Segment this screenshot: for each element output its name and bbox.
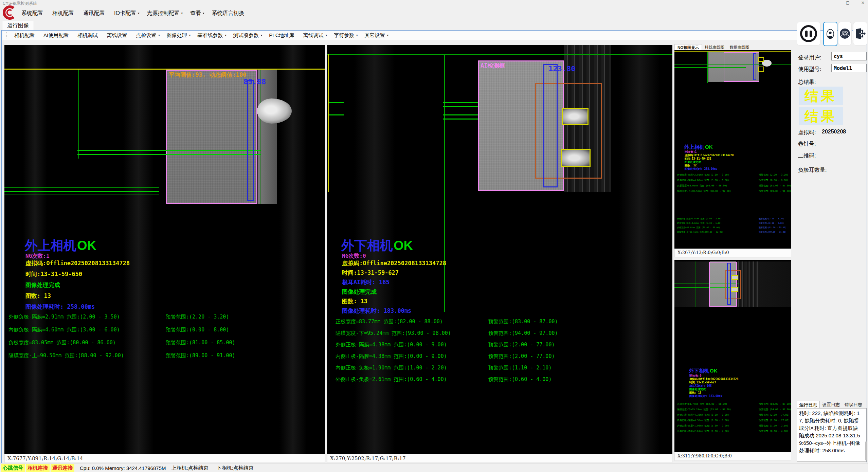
mini-info-line: 极耳AI耗时: 165 (689, 384, 738, 387)
cursor-coords-upper: X:7677;Y:891;R:14;G:14;B:14 (4, 454, 325, 463)
ng-thumb-coords-lower: X:311;Y:980;R:0;G:0;B:0 (674, 452, 791, 461)
log-tab[interactable]: 设置日志 (820, 401, 842, 408)
info-line: 虚拟码:Offline20250208133134728 (25, 259, 130, 270)
measure-green-line (77, 154, 261, 155)
info-line: 图像处理完成 (342, 288, 446, 297)
user-icon (826, 28, 835, 40)
measure-green-line (329, 102, 344, 103)
negative-tab-count-label: 负极耳数量: (798, 167, 827, 174)
close-button[interactable]: ✕ (861, 0, 865, 5)
chevron-down-icon: ▾ (138, 12, 140, 15)
baseline-yellow-line (328, 54, 329, 192)
mini-blue-box (727, 263, 731, 305)
measure-green-line (4, 191, 159, 192)
total-result-label: 总结果: (798, 79, 816, 86)
info-line: 时间:13-31-59-650 (25, 270, 130, 281)
warning-range: 预警范围:(1.10 - 2.10) (488, 365, 551, 371)
tab-detect-yellow-box (561, 149, 591, 167)
toolbar-grip[interactable] (6, 32, 9, 38)
menu-item[interactable]: 系统配置 (18, 10, 49, 17)
user-group-button[interactable] (838, 22, 852, 46)
toolbar-item[interactable]: 点检设置 ▾ (132, 32, 163, 39)
baseline-green-line (327, 54, 672, 55)
mini-info-line: 时间:13-31-59-627 (689, 381, 738, 384)
ng-panel-tab[interactable]: 数据曲线图 (727, 44, 752, 50)
toolbar-item[interactable]: 测试项参数 ▾ (230, 32, 266, 39)
warning-range: 预警范围:(2.20 - 3.20) (166, 314, 229, 320)
log-textarea[interactable]: 耗时: 222, 缺陷检测耗时: 17, 缺陷分类耗时: 0, 缺陷提取分区耗时… (797, 408, 867, 462)
menu-item[interactable]: 相机配置 (49, 10, 79, 17)
log-tab[interactable]: 错误日志 (842, 401, 865, 408)
ok-status: OK (394, 238, 413, 253)
info-line: 极耳AI耗时: 165 (342, 278, 446, 288)
menu-item[interactable]: IO卡配置 ▾ (110, 10, 143, 17)
toolbar-item[interactable]: 字符参数 ▾ (330, 32, 361, 39)
toolbar-item[interactable]: PLC地址库 (266, 32, 300, 39)
warning-range: 预警范围:(0.60 - 4.00) (488, 376, 551, 383)
log-scrollbar[interactable] (865, 441, 867, 460)
camera-view-upper[interactable]: 平均阈值:93, 动态阈值:100 85.88 外上相机OK NG次数:1 虚拟… (4, 45, 325, 454)
threshold-overlay-text: 平均阈值:93, 动态阈值:100 (169, 71, 246, 79)
measurement-value: 内侧正极-隔膜=4.38mm 范围:(0.00 - 9.00) (336, 353, 447, 359)
pause-button[interactable] (797, 22, 820, 46)
camera-view-lower[interactable]: AI检测框 123.80 外下相机OK NG次数:0 虚拟码:Offline20… (327, 45, 672, 454)
menu-item[interactable]: 光源控制配置 ▾ (143, 10, 186, 17)
toolbar-item[interactable]: AI使用配置 (40, 32, 74, 39)
toolbar-item[interactable]: 相机配置 (11, 32, 40, 39)
toolbar-item[interactable]: 相机调试 (74, 32, 103, 39)
model-field[interactable]: Model1 (831, 64, 867, 72)
menu-item[interactable]: 系统语言切换 (208, 10, 250, 17)
chevron-down-icon: ▾ (356, 34, 358, 37)
chevron-down-icon: ▾ (203, 12, 204, 15)
measurement-value: 外侧正极-隔膜=4.38mm 范围:(0.00 - 9.00) (336, 342, 447, 348)
lower-camera-status: 下相机:点检结束 (217, 465, 254, 471)
mini-yellow-box (731, 275, 738, 280)
info-line: 时间:13-31-59-627 (342, 269, 446, 278)
toolbar-item[interactable]: 其它设置 ▾ (361, 32, 392, 39)
info-line: 图数: 13 (342, 297, 446, 307)
log-tab[interactable]: 运行日志 (797, 401, 820, 408)
measurement-value: 内侧正极-负极=1.90mm 范围:(1.00 - 2.20) (336, 365, 447, 371)
cpu-memory-status: Cpu: 0.0% Memory: 3424.41796875M (80, 465, 166, 471)
width-measure-blue-box (543, 64, 558, 187)
ng-panel-tab[interactable]: NG截图显示 (674, 44, 702, 50)
menu-item[interactable]: 通讯配置 (79, 10, 110, 17)
separator-film-roi-pink-box (166, 70, 257, 204)
maximize-button[interactable]: ▢ (846, 0, 850, 5)
toolbar-item[interactable]: 离线调试 ▾ (300, 32, 331, 39)
film-edge-gray-strip (258, 70, 277, 204)
ng-thumbnail-lower[interactable]: 外下相机OK NG次数:0 虚拟码:Offline202502081331347… (674, 260, 791, 452)
result-box-upper: 结果 (799, 87, 843, 105)
tab-run-image[interactable]: 运行图像 (2, 21, 34, 30)
exit-button[interactable] (853, 22, 867, 46)
tab-strip: 运行图像 (0, 20, 868, 30)
camera-link-status: 相机连接 (26, 464, 50, 472)
measure-green-line (260, 70, 260, 204)
toolbar-item[interactable]: 基准线参数 ▾ (194, 32, 230, 39)
menu-item[interactable]: 查看 ▾ (186, 10, 208, 17)
login-user-field[interactable]: cys (831, 52, 867, 60)
status-bar: 心跳信号 相机连接 通讯连接 Cpu: 0.0% Memory: 3424.41… (0, 463, 868, 472)
mini-extra-rows: 外侧负极-隔膜=2.91mm 范围:(2.00 - 3.50) 预警范围:(2.… (677, 217, 791, 235)
toolbar-item[interactable]: 图像处理 ▾ (163, 32, 194, 39)
user-button[interactable] (823, 22, 837, 46)
mini-measurements: 外侧负极-隔膜=2.91mm 范围:(2.00 - 3.50) 预警范围:(2.… (677, 173, 791, 195)
mini-measurements: 正极宽度=83.77mm 范围:(82.00 - 88.00) 预警范围:(83… (677, 402, 791, 435)
mini-info-line: 图像处理耗时: 258.00ms (685, 167, 734, 170)
minimize-button[interactable]: — (830, 0, 834, 5)
ng-thumbnail-upper[interactable]: 外上相机OK NG次数:1 虚拟码:Offline202502081331347… (674, 50, 791, 249)
ok-status: OK (77, 238, 96, 253)
mini-info-lines: 虚拟码:Offline20250208133134728时间:13-31-49-… (685, 153, 734, 170)
toolbar-item[interactable]: 离线设置 (103, 32, 132, 39)
login-user-label: 登录用户: (798, 54, 821, 61)
mini-yellow-box (758, 67, 764, 72)
app-window: CYS-视觉检测系统 — ▢ ✕ 系统配置 相机配置 通讯配置 IO卡配置 ▾ … (0, 0, 868, 472)
ng-panel-tab[interactable]: 料线曲线图 (702, 44, 727, 50)
chevron-down-icon: ▾ (261, 34, 263, 37)
info-line: 图像处理耗时: 183.00ms (342, 307, 446, 316)
measurement-value: 外侧正极-负极=2.61mm 范围:(0.60 - 4.00) (336, 376, 447, 382)
tab-detect-yellow-box (562, 108, 589, 125)
measurement-value: 负极宽度=83.05mm 范围:(80.00 - 86.00) (8, 340, 116, 346)
measurement-row: 内侧正极-负极=1.90mm 范围:(1.00 - 2.20) 预警范围:(1.… (336, 365, 668, 376)
measurement-row: 隔膜宽度-上=90.56mm 范围:(88.00 - 92.00) 预警范围:(… (8, 352, 321, 365)
